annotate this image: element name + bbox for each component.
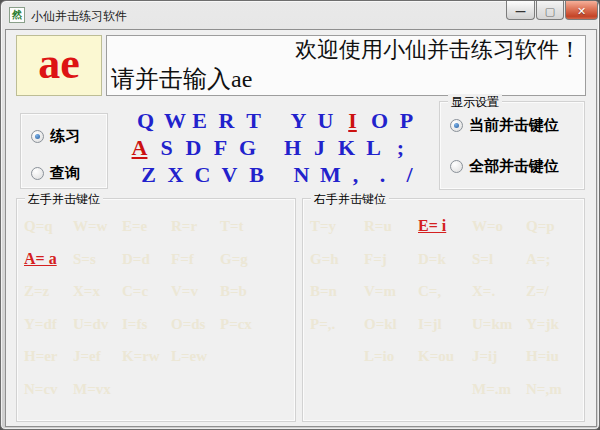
mapping-Ff: F=f [171, 249, 220, 282]
mapping-Ee: E=e [122, 216, 171, 249]
mapping-Bn: B=n [310, 281, 364, 314]
mapping-Vv: V=v [171, 281, 220, 314]
keyboard-display: QWERTYUIOPASDFGHJKL;ZXCVBNM,./ [111, 104, 437, 190]
mapping-Vm: V=m [364, 281, 418, 314]
key-X: X [167, 161, 184, 188]
mapping-Jij: J=ij [472, 346, 526, 379]
radio-current-chord-label: 当前并击键位 [469, 116, 559, 134]
key-,: , [347, 161, 364, 188]
mapping-P: P=,. [310, 314, 364, 347]
key-O: O [371, 107, 388, 134]
mapping-Sl: S=l [472, 249, 526, 282]
mapping-Ss: S=s [73, 249, 122, 282]
mapping-C: C=, [418, 281, 472, 314]
welcome-message: 欢迎使用小仙并击练习软件！ [106, 35, 586, 65]
radio-button-icon[interactable] [31, 167, 44, 180]
key-/: / [401, 161, 418, 188]
mapping-empty [310, 346, 364, 379]
right-hand-mapping-grid: T=yR=uE= iW=oQ=pG=hF=jD=kS=lA=;B=nV=mC=,… [310, 216, 580, 411]
key-M: M [320, 161, 337, 188]
mapping-Hiu: H=iu [526, 346, 580, 379]
close-icon: ✕ [577, 5, 586, 18]
current-syllable-display: ae [16, 35, 102, 96]
client-area: ae 欢迎使用小仙并击练习软件！ 请并击输入ae 练习 查询 QWERTYUIO… [5, 29, 597, 427]
key-C: C [194, 161, 211, 188]
key-A: A [131, 134, 148, 161]
keyboard-row: QWERTYUIOP [115, 107, 437, 134]
key-K: K [338, 134, 355, 161]
mapping-empty [171, 379, 220, 412]
key-E: E [191, 107, 208, 134]
close-button[interactable]: ✕ [565, 1, 598, 20]
key-I: I [344, 107, 361, 134]
key-Z: Z [140, 161, 157, 188]
key-D: D [185, 134, 202, 161]
mapping-Xx: X=x [73, 281, 122, 314]
right-hand-title: 右手并击键位 [311, 191, 389, 208]
radio-practice-mode[interactable]: 练习 [31, 127, 80, 145]
window-title: 小仙并击练习软件 [31, 8, 127, 25]
key-L: L [365, 134, 382, 161]
mapping-Bb: B=b [220, 281, 269, 314]
mapping-Mvx: M=vx [73, 379, 122, 412]
radio-all-chord-label: 全部并击键位 [469, 157, 559, 175]
keyboard-row: ZXCVBNM,./ [121, 161, 437, 188]
mapping-Okl: O=kl [364, 314, 418, 347]
key-F: F [212, 134, 229, 161]
maximize-button[interactable]: ▢ [536, 1, 564, 20]
key-R: R [218, 107, 235, 134]
mapping-Ncv: N=cv [24, 379, 73, 412]
radio-query-mode[interactable]: 查询 [31, 164, 80, 182]
key-V: V [221, 161, 238, 188]
radio-button-icon[interactable] [450, 119, 463, 132]
radio-button-icon[interactable] [450, 160, 463, 173]
radio-button-icon[interactable] [31, 130, 44, 143]
mapping-Tt: T=t [220, 216, 269, 249]
mapping-Ty: T=y [310, 216, 364, 249]
mapping-A: A=; [526, 249, 580, 282]
mapping-Gg: G=g [220, 249, 269, 282]
mapping-Fj: F=j [364, 249, 418, 282]
maximize-icon: ▢ [545, 5, 555, 18]
mapping-Wo: W=o [472, 216, 526, 249]
radio-practice-label: 练习 [50, 127, 80, 145]
left-hand-mapping-grid: Q=qW=wE=eR=rT=tA= aS=sD=dF=fG=gZ=zX=xC=c… [24, 216, 269, 411]
mapping-Lio: L=io [364, 346, 418, 379]
radio-query-label: 查询 [50, 164, 80, 182]
mapping-Ifs: I=fs [122, 314, 171, 347]
left-hand-groupbox: 左手并击键位 Q=qW=wE=eR=rT=tA= aS=sD=dF=fG=gZ=… [16, 198, 296, 422]
mapping-empty [418, 379, 472, 412]
keyboard-row: ASDFGHJKL; [103, 134, 437, 161]
mapping-Mm: M=.m [472, 379, 526, 412]
mapping-Her: H=er [24, 346, 73, 379]
key-;: ; [392, 134, 409, 161]
mapping-Udv: U=dv [73, 314, 122, 347]
mode-groupbox: 练习 查询 [20, 113, 108, 189]
radio-current-chord-keys[interactable]: 当前并击键位 [450, 116, 559, 134]
mapping-empty [220, 346, 269, 379]
mapping-X: X=. [472, 281, 526, 314]
app-icon: 然 [9, 7, 25, 23]
mapping-Nm: N=,m [526, 379, 580, 412]
typing-input-display[interactable]: 请并击输入ae [106, 64, 586, 96]
mapping-empty [310, 379, 364, 412]
mapping-Pcx: P=cx [220, 314, 269, 347]
title-bar[interactable]: 然 小仙并击练习软件 — ▢ ✕ [1, 1, 600, 29]
mapping-Ydf: Y=df [24, 314, 73, 347]
mapping-Cc: C=c [122, 281, 171, 314]
mapping-empty [122, 379, 171, 412]
minimize-button[interactable]: — [506, 1, 535, 20]
key-U: U [317, 107, 334, 134]
mapping-Jef: J=ef [73, 346, 122, 379]
display-settings-title: 显示设置 [448, 94, 502, 111]
radio-all-chord-keys[interactable]: 全部并击键位 [450, 157, 559, 175]
key-J: J [311, 134, 328, 161]
key-W: W [164, 107, 181, 134]
mapping-Ww: W=w [73, 216, 122, 249]
left-hand-title: 左手并击键位 [25, 191, 103, 208]
app-window: 然 小仙并击练习软件 — ▢ ✕ ae 欢迎使用小仙并击练习软件！ 请并击输入a… [0, 0, 600, 430]
mapping-Rr: R=r [171, 216, 220, 249]
mapping-Dd: D=d [122, 249, 171, 282]
key-S: S [158, 134, 175, 161]
key-G: G [239, 134, 256, 161]
